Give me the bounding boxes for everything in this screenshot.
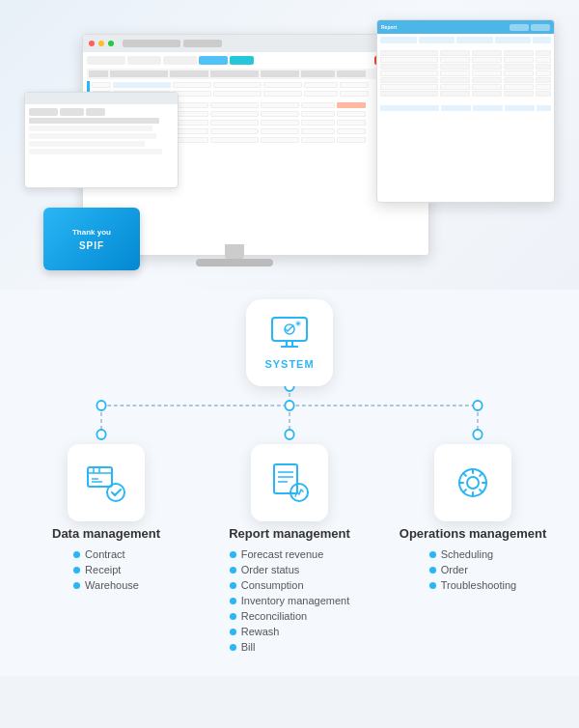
system-label: SYSTEM — [264, 358, 314, 370]
data-management-icon-box — [68, 444, 145, 521]
svg-line-37 — [463, 473, 466, 476]
data-management-title: Data management — [52, 526, 160, 541]
bullet-icon — [429, 551, 436, 558]
data-management-items: Contract Receipt Warehouse — [73, 548, 139, 595]
list-item: Order status — [230, 564, 350, 575]
bottom-section: SYSTEM — [0, 290, 579, 676]
item-label: Bill — [241, 641, 256, 653]
system-icon — [270, 316, 309, 354]
system-box: SYSTEM — [246, 299, 333, 386]
operations-management-column: Operations management Scheduling Order T… — [386, 444, 560, 595]
svg-point-17 — [285, 430, 293, 439]
bullet-icon — [230, 582, 236, 589]
operations-management-items: Scheduling Order Troubleshooting — [429, 548, 516, 595]
item-label: Scheduling — [441, 548, 493, 560]
bullet-icon — [230, 567, 236, 574]
card-text: Thank you — [72, 228, 111, 237]
bullet-icon — [73, 582, 80, 589]
bullet-icon — [230, 598, 236, 604]
svg-point-15 — [473, 401, 482, 410]
report-management-items: Forecast revenue Order status Consumptio… — [230, 548, 350, 657]
item-label: Consumption — [241, 579, 304, 591]
svg-point-18 — [473, 430, 482, 439]
card-logo: SPIF — [79, 240, 104, 251]
list-item: Warehouse — [73, 579, 139, 591]
desktop-stand — [138, 244, 331, 273]
screenshot-right: Report — [376, 19, 555, 203]
svg-point-16 — [96, 430, 105, 439]
list-item: Reconciliation — [230, 610, 350, 622]
connector-area — [39, 386, 540, 444]
list-item: Troubleshooting — [429, 579, 516, 591]
bullet-icon — [429, 582, 436, 589]
item-label: Warehouse — [85, 579, 139, 591]
item-label: Reconciliation — [241, 610, 307, 622]
list-item: Forecast revenue — [230, 548, 350, 560]
svg-line-39 — [480, 473, 482, 476]
list-item: Inventory management — [230, 595, 350, 606]
report-management-title: Report management — [229, 526, 350, 541]
item-label: Order — [441, 564, 468, 575]
screenshot-container: Report — [24, 14, 555, 275]
bullet-icon — [230, 644, 236, 651]
report-management-icon-box — [251, 444, 328, 521]
system-node: SYSTEM — [19, 299, 560, 386]
svg-rect-26 — [274, 464, 297, 493]
svg-line-40 — [463, 490, 466, 492]
item-label: Forecast revenue — [241, 548, 324, 560]
svg-line-38 — [480, 490, 482, 492]
svg-point-12 — [285, 386, 293, 391]
bullet-icon — [230, 613, 236, 620]
item-label: Rewash — [241, 626, 280, 637]
bullet-icon — [230, 629, 236, 635]
item-label: Order status — [241, 564, 300, 575]
data-management-column: Data management Contract Receipt Warehou… — [19, 444, 193, 595]
list-item: Order — [429, 564, 516, 575]
three-columns: Data management Contract Receipt Warehou… — [19, 444, 560, 657]
screenshots-section: Report — [0, 0, 579, 290]
svg-point-32 — [467, 477, 479, 489]
list-item: Rewash — [230, 626, 350, 637]
svg-point-25 — [107, 484, 124, 501]
thank-you-card: Thank you SPIF — [43, 208, 140, 270]
report-management-column: Report management Forecast revenue Order… — [203, 444, 376, 657]
list-item: Bill — [230, 641, 350, 653]
operations-management-icon-box — [434, 444, 511, 521]
bullet-icon — [230, 551, 236, 558]
svg-point-6 — [297, 322, 300, 325]
list-item: Consumption — [230, 579, 350, 591]
item-label: Receipt — [85, 564, 121, 575]
bullet-icon — [73, 567, 80, 574]
bullet-icon — [429, 567, 436, 574]
list-item: Receipt — [73, 564, 139, 575]
list-item: Scheduling — [429, 548, 516, 560]
screenshot-topleft — [24, 92, 179, 188]
operations-management-title: Operations management — [400, 526, 546, 541]
item-label: Troubleshooting — [441, 579, 516, 591]
item-label: Contract — [85, 548, 125, 560]
bullet-icon — [73, 551, 80, 558]
svg-point-14 — [285, 401, 293, 410]
list-item: Contract — [73, 548, 139, 560]
svg-point-13 — [96, 401, 105, 410]
item-label: Inventory management — [241, 595, 350, 606]
